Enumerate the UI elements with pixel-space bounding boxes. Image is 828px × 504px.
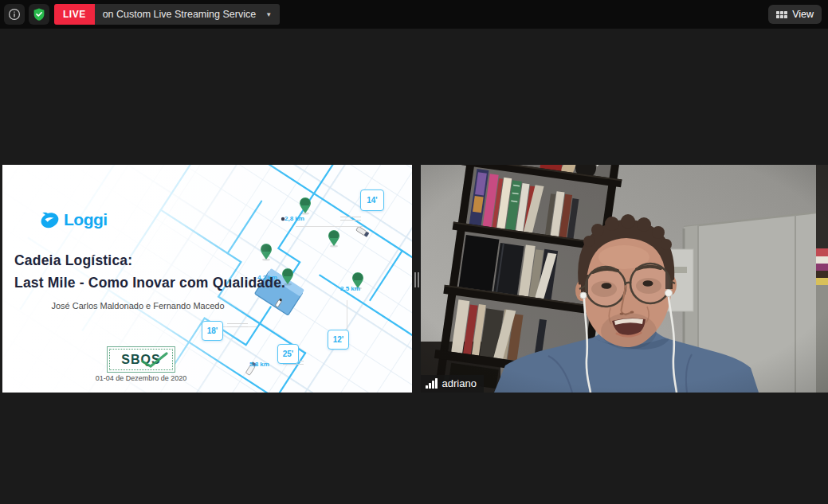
view-label: View <box>792 9 814 20</box>
slide-date: 01-04 de Dezembro de 2020 <box>87 374 195 382</box>
map-coords-text <box>227 321 248 330</box>
webcam-scene <box>421 165 828 393</box>
top-bar: LIVE on Custom Live Streaming Service ▼ … <box>0 0 828 29</box>
shared-screen-video[interactable]: 14' 18' 25' 12' 2,8 km 4.2 km 2.5 km 5,8… <box>2 165 412 393</box>
loggi-wordmark: Loggi <box>64 210 108 229</box>
sbqs-check-icon <box>141 352 168 369</box>
shield-check-icon <box>32 7 46 21</box>
map-leader-line <box>347 300 347 330</box>
stream-service-dropdown[interactable]: on Custom Live Streaming Service ▼ <box>95 4 280 25</box>
map-distance-label: 2,8 km <box>285 215 304 222</box>
map-distance-label: 2.5 km <box>340 285 360 292</box>
loggi-rabbit-icon <box>38 210 60 229</box>
connection-signal-icon <box>426 378 438 389</box>
map-coords-text <box>340 214 361 223</box>
map-distance-label: 5,8 km <box>249 361 269 368</box>
map-time-marker: 25' <box>277 344 299 364</box>
map-time-marker: 12' <box>328 330 349 350</box>
meeting-window: LIVE on Custom Live Streaming Service ▼ … <box>0 0 828 504</box>
view-button[interactable]: View <box>768 5 822 24</box>
map-time-marker: 18' <box>202 321 223 341</box>
caret-down-icon: ▼ <box>265 11 272 18</box>
sbqs-logo-stamp: SBQS <box>107 346 175 373</box>
participant-name-tag: adriano <box>421 375 484 393</box>
map-time-marker: 14' <box>360 189 384 211</box>
participant-video[interactable]: adriano <box>421 165 828 393</box>
security-shield-button[interactable] <box>29 4 49 25</box>
slide-authors: José Carlos Maldonado e Fernando Macedo <box>34 301 241 311</box>
map-leader-line <box>296 226 363 227</box>
stream-service-label: on Custom Live Streaming Service <box>103 9 256 20</box>
slide-title-line1: Cadeia Logística: <box>14 252 132 269</box>
participant-name: adriano <box>442 377 477 389</box>
video-stage: 14' 18' 25' 12' 2,8 km 4.2 km 2.5 km 5,8… <box>0 165 828 393</box>
info-icon <box>7 7 22 21</box>
slide-title-line2: Last Mile - Como Inovar com Qualidade. <box>14 275 285 291</box>
meeting-info-button[interactable] <box>4 4 25 25</box>
live-stream-control: LIVE on Custom Live Streaming Service ▼ <box>54 4 280 25</box>
live-badge: LIVE <box>54 4 95 25</box>
gallery-view-icon <box>776 11 787 18</box>
loggi-logo: Loggi <box>38 210 108 229</box>
panel-resize-handle[interactable] <box>412 272 421 287</box>
